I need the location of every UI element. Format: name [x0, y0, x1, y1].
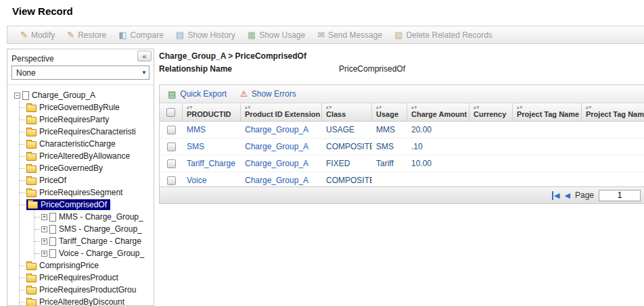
tree-item-label: PriceGovernedBy — [39, 163, 103, 173]
product-id-extension-link[interactable]: Charge_Group_A — [241, 159, 322, 168]
show-usage-button[interactable]: ▦ Show Usage — [242, 30, 311, 40]
page-label: Page — [575, 190, 594, 200]
class-value: COMPOSITE — [322, 142, 372, 151]
charge-amount-value: 10.00 — [407, 159, 469, 168]
tree-item-label: SMS - Charge_Group_ — [59, 224, 142, 234]
folder-icon — [26, 117, 37, 124]
tree-item-pricerequirescharacteristic[interactable]: PriceRequiresCharacteristi — [20, 126, 154, 138]
pagination-bar: ◀ ◀ Page of — [160, 186, 644, 203]
folder-icon — [26, 129, 37, 136]
show-usage-label: Show Usage — [259, 30, 305, 40]
open-folder-icon — [28, 201, 38, 209]
expander-closed-icon[interactable]: + — [41, 251, 47, 257]
tree-item-pricerequiresproduct[interactable]: PriceRequiresProduct — [20, 272, 154, 284]
tree-item-mms-charge-group[interactable]: + MMS - Charge_Group_ — [34, 211, 154, 223]
sort-icon: ▴▾ — [376, 105, 402, 110]
tree-item-tariff-charge[interactable]: + Tariff_Charge - Charge — [34, 235, 154, 247]
sort-icon: ▴▾ — [245, 105, 317, 110]
tree-item-label: Voice - Charge_Group_ — [59, 249, 144, 258]
modify-button[interactable]: ✎ Modify — [14, 30, 61, 40]
send-message-button[interactable]: ✉ Send Message — [311, 30, 388, 40]
quick-export-label: Quick Export — [180, 89, 227, 99]
row-checkbox[interactable] — [167, 126, 176, 134]
productid-link[interactable]: SMS — [183, 142, 241, 151]
row-checkbox[interactable] — [167, 159, 176, 168]
breadcrumb: Charge_Group_A > PriceComprisedOf — [159, 51, 644, 61]
page-number-input[interactable] — [599, 190, 641, 201]
expander-open-icon[interactable]: − — [14, 93, 20, 99]
tree-root-node[interactable]: − Charge_Group_A — [14, 89, 154, 101]
product-id-extension-link[interactable]: Charge_Group_A — [241, 176, 322, 185]
record-doc-icon — [49, 225, 56, 234]
perspective-select[interactable]: None ▼ — [12, 66, 150, 80]
delete-related-records-icon: ▧ — [394, 30, 402, 39]
show-errors-button[interactable]: ⚠ Show Errors — [240, 89, 296, 99]
column-header-productid[interactable]: ▴▾ PRODUCTID — [183, 103, 241, 121]
delete-related-records-button[interactable]: ▧ Delete Related Records — [388, 30, 499, 40]
usage-value: Tariff — [372, 159, 407, 168]
expander-closed-icon[interactable]: + — [41, 226, 47, 232]
table-row-tariff-charge: Tariff_Charge Charge_Group_A FIXED Tarif… — [160, 155, 644, 172]
tree-item-pricealteredbydiscount[interactable]: PriceAlteredByDiscount — [20, 296, 154, 306]
tree-item-label: PriceAlteredByDiscount — [39, 297, 124, 306]
table-row-sms: SMS Charge_Group_A COMPOSITE SMS .10 — [160, 138, 644, 155]
tree-item-pricerequiressegment[interactable]: PriceRequiresSegment — [20, 186, 154, 199]
perspective-selected-value: None — [16, 68, 36, 78]
modify-label: Modify — [31, 30, 55, 40]
modify-icon: ✎ — [20, 30, 28, 39]
tree-item-priceof[interactable]: PriceOf — [20, 174, 154, 186]
restore-label: Restore — [78, 30, 106, 40]
select-all-checkbox[interactable] — [166, 108, 175, 117]
column-header-charge-amount[interactable]: ▴▾ Charge Amount — [407, 103, 469, 121]
tree-item-pricerequiresproductgroup[interactable]: PriceRequiresProductGrou — [20, 284, 154, 296]
row-checkbox[interactable] — [167, 143, 176, 151]
record-doc-icon — [49, 237, 56, 246]
previous-page-icon[interactable]: ◀ — [564, 191, 570, 200]
relationship-name-label: Relationship Name — [159, 64, 339, 74]
folder-icon — [26, 105, 37, 112]
row-checkbox[interactable] — [167, 176, 176, 185]
table-body: MMS Charge_Group_A USAGE MMS 20.00 SMS C… — [160, 122, 644, 186]
sort-icon: ▴▾ — [517, 105, 577, 110]
tree-item-sms-charge-group[interactable]: + SMS - Charge_Group_ — [34, 223, 154, 235]
expander-closed-icon[interactable]: + — [41, 238, 47, 245]
productid-link[interactable]: MMS — [183, 125, 241, 134]
tree-item-pricerequiresparty[interactable]: PriceRequiresParty — [20, 113, 154, 126]
expander-closed-icon[interactable]: + — [41, 214, 47, 220]
quick-export-icon: ▤ — [168, 89, 176, 99]
tree-item-pricealteredbyallowance[interactable]: PriceAlteredByAllowance — [20, 150, 154, 162]
tree-item-label: PriceComprisedOf — [41, 200, 107, 209]
table-row-mms: MMS Charge_Group_A USAGE MMS 20.00 — [160, 122, 644, 138]
sort-icon: ▴▾ — [586, 105, 644, 110]
compare-button[interactable]: ◧ Compare — [112, 30, 170, 40]
product-id-extension-link[interactable]: Charge_Group_A — [241, 125, 322, 134]
column-header-usage[interactable]: ▴▾ Usage — [372, 103, 407, 121]
record-doc-icon — [22, 91, 29, 100]
sort-icon: ▴▾ — [187, 105, 236, 110]
first-page-icon[interactable]: ◀ — [552, 191, 559, 200]
tree-item-characteristiccharge[interactable]: CharacteristicCharge — [20, 138, 154, 150]
tree-item-pricegovernedbyrule[interactable]: PriceGovernedByRule — [20, 101, 154, 113]
quick-export-button[interactable]: ▤ Quick Export — [168, 89, 227, 99]
folder-icon — [26, 153, 37, 161]
column-header-project-tag-name-2[interactable]: ▴▾ Project Tag Name — [582, 103, 644, 121]
tree-item-pricecomprisedof-selected[interactable]: PriceComprisedOf — [20, 199, 154, 211]
tree-item-comprisingprice[interactable]: ComprisingPrice — [20, 259, 154, 272]
productid-link[interactable]: Tariff_Charge — [183, 159, 241, 168]
tree-item-pricegovernedby[interactable]: PriceGovernedBy — [20, 162, 154, 174]
restore-button[interactable]: ✎ Restore — [61, 30, 112, 40]
sidebar-collapse-button[interactable]: « — [137, 51, 152, 61]
column-header-product-id-extension[interactable]: ▴▾ Product ID Extension — [241, 103, 322, 121]
column-header-currency[interactable]: ▴▾ Currency — [469, 103, 513, 121]
column-header-project-tag-name-1[interactable]: ▴▾ Project Tag Name — [513, 103, 582, 121]
show-history-button[interactable]: ▤ Show History — [170, 30, 242, 40]
product-id-extension-link[interactable]: Charge_Group_A — [241, 142, 322, 151]
column-header-class[interactable]: ▴▾ Class — [322, 103, 372, 121]
tree-item-voice-charge-group[interactable]: + Voice - Charge_Group_ — [34, 247, 154, 259]
sort-icon: ▴▾ — [326, 105, 367, 110]
table-header-row: ▴▾ PRODUCTID ▴▾ Product ID Extension ▴▾ … — [160, 103, 644, 122]
tree-item-label: PriceGovernedByRule — [39, 103, 120, 112]
tree-item-label: PriceRequiresProductGrou — [39, 285, 136, 295]
productid-link[interactable]: Voice — [183, 176, 241, 185]
page-title: View Record — [12, 5, 73, 17]
